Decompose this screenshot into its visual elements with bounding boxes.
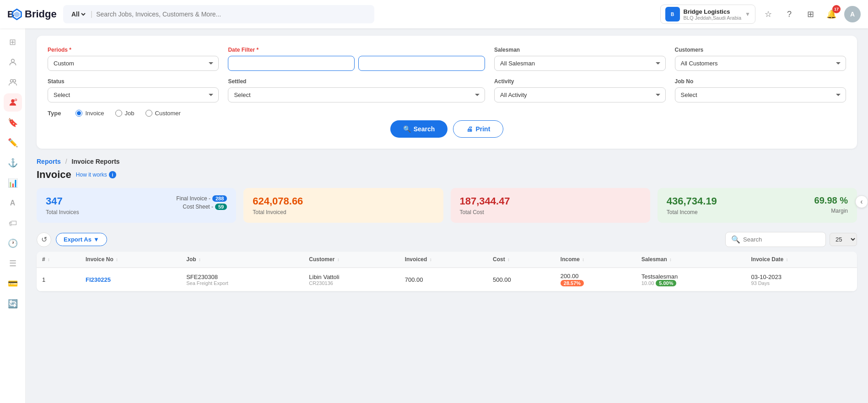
- customers-label: Customers: [675, 47, 846, 53]
- how-it-works-link[interactable]: How it works i: [76, 171, 116, 178]
- customers-group: Customers All Customers: [675, 47, 846, 71]
- info-icon: i: [109, 171, 116, 178]
- search-filter-select[interactable]: All: [70, 10, 87, 18]
- grid-icon-btn[interactable]: ⊞: [802, 6, 819, 22]
- salesman-amount: 10.00: [642, 280, 654, 286]
- date-inputs: 01-10-2023 04-01-2024: [228, 56, 485, 71]
- export-button[interactable]: Export As ▼: [56, 233, 107, 246]
- sidebar-item-contacts1[interactable]: [4, 53, 22, 71]
- type-label: Type: [48, 110, 61, 117]
- type-row: Type Invoice Job Customer: [48, 110, 846, 117]
- cell-job: SFE230308 Sea Freight Export: [181, 268, 303, 291]
- cost-sheet-count: 59: [215, 204, 227, 210]
- date-from-wrap: 01-10-2023: [228, 56, 355, 71]
- final-invoice-count: 288: [212, 195, 227, 202]
- date-from-input[interactable]: 01-10-2023: [228, 56, 355, 71]
- print-button[interactable]: 🖨 Print: [453, 120, 503, 138]
- status-group: Status Select: [48, 78, 219, 102]
- sidebar-item-payment[interactable]: 💳: [4, 274, 22, 293]
- type-customer-radio[interactable]: [146, 110, 152, 117]
- search-input[interactable]: [96, 11, 368, 18]
- type-invoice-option[interactable]: Invoice: [75, 110, 104, 117]
- sidebar-item-active[interactable]: [4, 93, 22, 112]
- table-header: # ↕ Invoice No ↕ Job ↕ Customer ↕ Invoic…: [37, 252, 857, 268]
- type-invoice-radio[interactable]: [75, 110, 82, 117]
- sidebar-item-anchor[interactable]: ⚓: [4, 154, 22, 172]
- col-job: Job ↕: [181, 252, 303, 268]
- sidebar-collapse-btn[interactable]: ‹: [855, 195, 868, 208]
- sidebar-item-refresh[interactable]: 🔄: [4, 295, 22, 313]
- star-icon-btn[interactable]: ☆: [760, 6, 776, 22]
- income-badge: 28.57%: [561, 280, 584, 286]
- table-controls-right: 🔍 25 50 100: [725, 232, 857, 247]
- avatar: A: [844, 6, 861, 22]
- sidebar-item-bookmark[interactable]: 🔖: [4, 113, 22, 132]
- stat-total-cost: 187,344.47 Total Cost: [451, 188, 650, 223]
- refresh-button[interactable]: ↺: [37, 232, 51, 247]
- final-invoice-label: Final Invoice -: [176, 195, 210, 202]
- salesman-values: 10.00 5.00%: [642, 280, 740, 286]
- svg-point-4: [10, 80, 13, 82]
- main-content: Periods * Custom This Month Last Month T…: [26, 28, 868, 403]
- sidebar-item-font[interactable]: A: [4, 194, 22, 212]
- sidebar-item-tag[interactable]: 🏷: [4, 214, 22, 232]
- logo-area: B Bridge: [7, 8, 58, 21]
- jobno-select[interactable]: Select: [675, 87, 846, 102]
- date-filter-label: Date Filter *: [228, 47, 485, 53]
- col-customer: Customer ↕: [303, 252, 399, 268]
- action-row: 🔍 Search 🖨 Print: [48, 120, 846, 138]
- date-to-input[interactable]: 04-01-2024: [358, 56, 485, 71]
- invoice-link[interactable]: FI230225: [86, 276, 111, 283]
- jobno-label: Job No: [675, 78, 846, 85]
- status-label: Status: [48, 78, 219, 85]
- settled-select[interactable]: Select: [228, 87, 485, 102]
- sidebar-item-dashboard[interactable]: ⊞: [4, 33, 22, 51]
- invoice-date-value: 03-10-2023: [751, 274, 852, 280]
- search-bar-wrap: All |: [63, 5, 374, 23]
- customer-id: CR230136: [309, 280, 394, 286]
- cell-invoiced: 700.00: [399, 268, 487, 291]
- notification-btn[interactable]: 🔔 17: [823, 6, 840, 22]
- company-info: Bridge Logistics BLQ Jeddah,Saudi Arabia: [684, 8, 742, 21]
- help-icon-btn[interactable]: ?: [781, 6, 798, 22]
- breadcrumb-separator: /: [65, 158, 67, 165]
- cell-num: 1: [37, 268, 80, 291]
- total-invoices-value: 347: [46, 195, 79, 207]
- report-title-text: Invoice: [37, 169, 71, 181]
- breadcrumb: Reports / Invoice Reports: [37, 158, 857, 165]
- activity-select[interactable]: All Activity: [494, 87, 665, 102]
- sidebar-item-clock[interactable]: 🕐: [4, 234, 22, 253]
- status-select[interactable]: Select: [48, 87, 219, 102]
- company-selector[interactable]: B Bridge Logistics BLQ Jeddah,Saudi Arab…: [660, 5, 755, 24]
- search-button[interactable]: 🔍 Search: [390, 120, 448, 138]
- sidebar-item-edit[interactable]: ✏️: [4, 134, 22, 152]
- job-type: Sea Freight Export: [186, 280, 298, 286]
- table-body: 1 FI230225 SFE230308 Sea Freight Export …: [37, 268, 857, 291]
- sidebar-item-contacts2[interactable]: [4, 73, 22, 91]
- cost-sheet-badge: Cost Sheet - 59: [183, 204, 227, 210]
- salesman-pct: 5.00%: [656, 280, 676, 286]
- col-invoice-date: Invoice Date ↕: [746, 252, 857, 268]
- sidebar-item-chart[interactable]: 📊: [4, 174, 22, 192]
- page-size-select[interactable]: 25 50 100: [830, 233, 857, 246]
- nav-right: B Bridge Logistics BLQ Jeddah,Saudi Arab…: [660, 5, 861, 24]
- total-cost-value: 187,344.47: [460, 195, 641, 207]
- search-icon: 🔍: [403, 125, 411, 133]
- periods-select[interactable]: Custom This Month Last Month This Year L…: [48, 56, 219, 71]
- col-salesman: Salesman ↕: [636, 252, 746, 268]
- activity-group: Activity All Activity: [494, 78, 665, 102]
- salesman-select[interactable]: All Salesman: [494, 56, 665, 71]
- sidebar-item-list[interactable]: ☰: [4, 254, 22, 273]
- breadcrumb-link[interactable]: Reports: [37, 158, 61, 165]
- job-name: SFE230308: [186, 274, 298, 280]
- table-search-input[interactable]: [743, 236, 820, 243]
- type-job-radio[interactable]: [115, 110, 122, 117]
- company-location: BLQ Jeddah,Saudi Arabia: [684, 15, 742, 21]
- periods-label: Periods *: [48, 47, 219, 53]
- final-invoice-badge: Final Invoice - 288: [176, 195, 227, 202]
- customers-select[interactable]: All Customers: [675, 56, 846, 71]
- type-job-option[interactable]: Job: [115, 110, 135, 117]
- sidebar: ⊞ 🔖 ✏️ ⚓ 📊 A 🏷 🕐 ☰ 💳 🔄: [0, 28, 26, 403]
- svg-point-6: [11, 99, 14, 102]
- type-customer-option[interactable]: Customer: [146, 110, 181, 117]
